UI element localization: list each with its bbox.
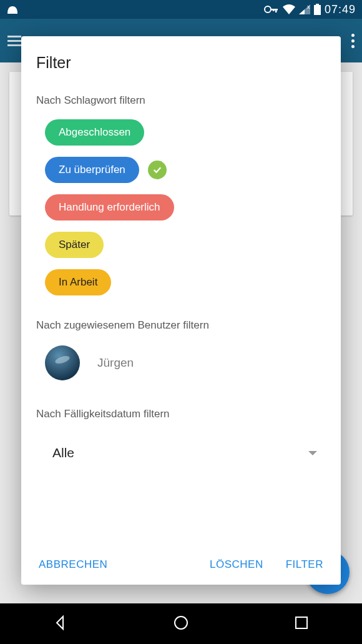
dialog-title: Filter xyxy=(36,54,326,72)
tag-row: Handlung erforderlich xyxy=(45,194,174,220)
status-right: x 07:49 xyxy=(264,3,356,16)
tag-chip-handlung-erforderlich[interactable]: Handlung erforderlich xyxy=(45,194,174,220)
tag-chip-in-arbeit[interactable]: In Arbeit xyxy=(45,269,111,295)
svg-rect-5 xyxy=(314,5,321,15)
svg-rect-8 xyxy=(296,617,307,628)
vpn-icon xyxy=(6,5,19,14)
dropdown-value: Alle xyxy=(45,445,74,460)
clear-button[interactable]: LÖSCHEN xyxy=(207,553,266,576)
tag-chip-spaeter[interactable]: Später xyxy=(45,232,104,258)
tag-row: Abgeschlossen xyxy=(45,119,144,146)
tag-chip-abgeschlossen[interactable]: Abgeschlossen xyxy=(45,119,144,146)
user-name: Jürgen xyxy=(97,356,134,370)
status-left xyxy=(6,5,19,14)
tag-row: Später xyxy=(45,232,104,258)
cancel-button[interactable]: ABBRECHEN xyxy=(36,553,110,576)
svg-rect-6 xyxy=(316,4,319,5)
battery-icon xyxy=(314,4,321,15)
svg-rect-2 xyxy=(275,9,277,12)
tag-row: In Arbeit xyxy=(45,269,111,295)
user-section-label: Nach zugewiesenem Benutzer filtern xyxy=(36,319,326,332)
filter-dialog: Filter Nach Schlagwort filtern Abgeschlo… xyxy=(21,36,341,585)
tag-row: Zu überprüfen xyxy=(45,157,167,183)
chevron-down-icon xyxy=(308,451,317,455)
tags-section-label: Nach Schlagwort filtern xyxy=(36,94,326,107)
navigation-bar xyxy=(0,603,362,644)
selected-check-icon xyxy=(148,161,167,179)
svg-point-0 xyxy=(265,6,271,12)
svg-rect-3 xyxy=(273,9,275,11)
nav-home-button[interactable] xyxy=(172,614,190,634)
key-icon xyxy=(264,5,279,14)
svg-point-7 xyxy=(175,617,187,629)
signal-icon: x xyxy=(299,4,310,14)
user-avatar xyxy=(45,345,80,380)
menu-icon[interactable] xyxy=(7,36,21,46)
tag-chips: Abgeschlossen Zu überprüfen Handlung erf… xyxy=(36,119,326,295)
duedate-section-label: Nach Fälligkeitsdatum filtern xyxy=(36,408,326,420)
status-time: 07:49 xyxy=(325,3,356,16)
tag-chip-zu-ueberpruefen[interactable]: Zu überprüfen xyxy=(45,157,139,183)
apply-filter-button[interactable]: FILTER xyxy=(283,553,326,576)
nav-back-button[interactable] xyxy=(52,614,69,634)
duedate-dropdown[interactable]: Alle xyxy=(36,433,326,467)
dialog-actions: ABBRECHEN LÖSCHEN FILTER xyxy=(36,538,326,576)
wifi-icon xyxy=(283,4,295,14)
svg-text:x: x xyxy=(307,4,310,10)
overflow-menu-icon[interactable] xyxy=(351,34,355,48)
nav-recent-button[interactable] xyxy=(293,614,310,634)
status-bar: x 07:49 xyxy=(0,0,362,19)
user-filter-row[interactable]: Jürgen xyxy=(36,345,326,380)
dialog-body: Nach Schlagwort filtern Abgeschlossen Zu… xyxy=(36,94,326,538)
